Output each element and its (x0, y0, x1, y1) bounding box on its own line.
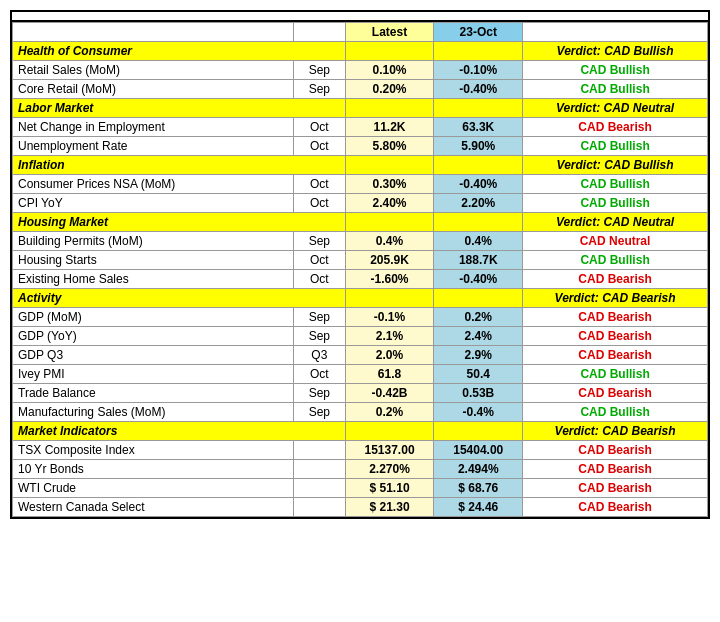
row-date: $ 24.46 (434, 498, 523, 517)
table-row: Core Retail (MoM) Sep 0.20% -0.40% CAD B… (13, 80, 708, 99)
main-container: Latest 23-Oct Health of Consumer Verdict… (10, 10, 710, 519)
row-latest: $ 51.10 (345, 479, 434, 498)
section-verdict: Verdict: CAD Bullish (523, 156, 708, 175)
row-indicator: CPI YoY (13, 194, 294, 213)
section-label: Housing Market (13, 213, 346, 232)
row-date: 63.3K (434, 118, 523, 137)
row-indicator: Consumer Prices NSA (MoM) (13, 175, 294, 194)
row-indicator: Trade Balance (13, 384, 294, 403)
table-row: WTI Crude $ 51.10 $ 68.76 CAD Bearish (13, 479, 708, 498)
section-latest-empty (345, 42, 434, 61)
row-date: 2.20% (434, 194, 523, 213)
row-date: -0.4% (434, 403, 523, 422)
row-indicator: Housing Starts (13, 251, 294, 270)
section-date-empty (434, 289, 523, 308)
table-row: GDP (MoM) Sep -0.1% 0.2% CAD Bearish (13, 308, 708, 327)
row-latest: 2.270% (345, 460, 434, 479)
section-verdict: Verdict: CAD Bearish (523, 289, 708, 308)
row-latest: 61.8 (345, 365, 434, 384)
section-housing-market: Housing Market Verdict: CAD Neutral (13, 213, 708, 232)
section-activity: Activity Verdict: CAD Bearish (13, 289, 708, 308)
table-title (12, 12, 708, 22)
row-latest: 2.0% (345, 346, 434, 365)
row-latest: -1.60% (345, 270, 434, 289)
section-date-empty (434, 42, 523, 61)
row-period: Sep (293, 327, 345, 346)
section-labor-market: Labor Market Verdict: CAD Neutral (13, 99, 708, 118)
section-date-empty (434, 99, 523, 118)
table-row: Unemployment Rate Oct 5.80% 5.90% CAD Bu… (13, 137, 708, 156)
row-date: -0.40% (434, 270, 523, 289)
table-row: Retail Sales (MoM) Sep 0.10% -0.10% CAD … (13, 61, 708, 80)
row-indicator: Net Change in Employment (13, 118, 294, 137)
row-verdict: CAD Bearish (523, 384, 708, 403)
table-row: Building Permits (MoM) Sep 0.4% 0.4% CAD… (13, 232, 708, 251)
table-row: GDP (YoY) Sep 2.1% 2.4% CAD Bearish (13, 327, 708, 346)
row-indicator: GDP Q3 (13, 346, 294, 365)
row-indicator: 10 Yr Bonds (13, 460, 294, 479)
table-row: CPI YoY Oct 2.40% 2.20% CAD Bullish (13, 194, 708, 213)
row-verdict: CAD Bearish (523, 460, 708, 479)
row-date: 2.494% (434, 460, 523, 479)
row-latest: 2.40% (345, 194, 434, 213)
section-market-indicators: Market Indicators Verdict: CAD Bearish (13, 422, 708, 441)
row-verdict: CAD Bullish (523, 251, 708, 270)
row-indicator: Existing Home Sales (13, 270, 294, 289)
row-latest: 0.20% (345, 80, 434, 99)
row-date: 0.4% (434, 232, 523, 251)
row-period (293, 460, 345, 479)
section-label: Labor Market (13, 99, 346, 118)
section-label: Market Indicators (13, 422, 346, 441)
section-verdict: Verdict: CAD Bullish (523, 42, 708, 61)
row-verdict: CAD Neutral (523, 232, 708, 251)
row-verdict: CAD Bullish (523, 61, 708, 80)
row-date: 2.4% (434, 327, 523, 346)
row-indicator: Manufacturing Sales (MoM) (13, 403, 294, 422)
row-date: 5.90% (434, 137, 523, 156)
header-date: 23-Oct (434, 23, 523, 42)
section-date-empty (434, 422, 523, 441)
row-period: Sep (293, 232, 345, 251)
row-date: 15404.00 (434, 441, 523, 460)
row-latest: -0.42B (345, 384, 434, 403)
row-indicator: TSX Composite Index (13, 441, 294, 460)
row-verdict: CAD Bullish (523, 403, 708, 422)
table-row: Ivey PMI Oct 61.8 50.4 CAD Bullish (13, 365, 708, 384)
row-latest: -0.1% (345, 308, 434, 327)
row-verdict: CAD Bearish (523, 308, 708, 327)
row-period: Sep (293, 308, 345, 327)
section-verdict: Verdict: CAD Neutral (523, 99, 708, 118)
row-indicator: Western Canada Select (13, 498, 294, 517)
row-latest: 205.9K (345, 251, 434, 270)
row-period: Q3 (293, 346, 345, 365)
header-indicator (13, 23, 294, 42)
row-date: 0.2% (434, 308, 523, 327)
row-period: Sep (293, 384, 345, 403)
table-row: Western Canada Select $ 21.30 $ 24.46 CA… (13, 498, 708, 517)
section-latest-empty (345, 422, 434, 441)
row-period: Oct (293, 194, 345, 213)
section-verdict: Verdict: CAD Bearish (523, 422, 708, 441)
row-latest: 15137.00 (345, 441, 434, 460)
row-verdict: CAD Bearish (523, 498, 708, 517)
row-period: Sep (293, 61, 345, 80)
section-label: Inflation (13, 156, 346, 175)
table-row: GDP Q3 Q3 2.0% 2.9% CAD Bearish (13, 346, 708, 365)
row-indicator: GDP (YoY) (13, 327, 294, 346)
row-indicator: Retail Sales (MoM) (13, 61, 294, 80)
row-verdict: CAD Bullish (523, 175, 708, 194)
row-latest: 0.10% (345, 61, 434, 80)
row-date: 2.9% (434, 346, 523, 365)
row-verdict: CAD Bearish (523, 118, 708, 137)
row-verdict: CAD Bearish (523, 270, 708, 289)
row-period: Sep (293, 403, 345, 422)
section-latest-empty (345, 99, 434, 118)
row-period (293, 441, 345, 460)
row-latest: 0.4% (345, 232, 434, 251)
data-table: Latest 23-Oct Health of Consumer Verdict… (12, 22, 708, 517)
section-verdict: Verdict: CAD Neutral (523, 213, 708, 232)
section-health-consumer: Health of Consumer Verdict: CAD Bullish (13, 42, 708, 61)
row-verdict: CAD Bearish (523, 441, 708, 460)
row-period (293, 498, 345, 517)
row-period: Sep (293, 80, 345, 99)
